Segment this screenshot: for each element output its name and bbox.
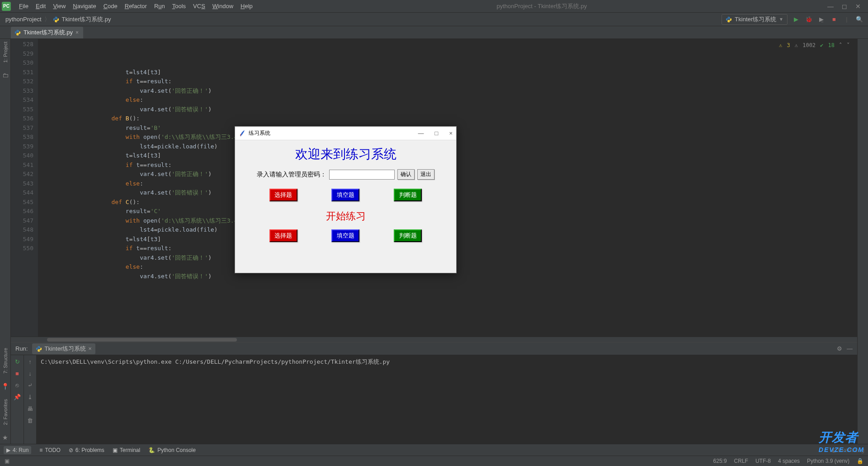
editor-tabs: Tkinter练习系统.py × [0, 26, 868, 39]
bookmark-icon[interactable]: 📍 [1, 383, 9, 390]
navigation-toolbar: pythonProject 〉 Tkinter练习系统.py Tkinter练习… [0, 13, 868, 26]
favorites-tool-button[interactable]: 2: Favorites [3, 399, 8, 425]
maximize-icon[interactable]: ◻ [842, 3, 847, 10]
up-icon[interactable]: ↑ [27, 358, 34, 365]
run-actions-left: ↻ ■ ⎋ 📌 [11, 355, 24, 444]
run-hide-icon[interactable]: — [847, 345, 853, 352]
tk-fill-button-top[interactable]: 填空题 [331, 189, 359, 201]
run-panel-title: Run: [15, 345, 28, 352]
print-icon[interactable]: 🖶 [27, 405, 34, 412]
menu-navigate[interactable]: Navigate [69, 3, 99, 10]
menu-code[interactable]: Code [100, 3, 121, 10]
tk-minimize-icon[interactable]: — [418, 130, 424, 137]
coverage-icon[interactable]: ▶̤ [817, 15, 826, 24]
menu-view[interactable]: View [49, 3, 69, 10]
file-encoding[interactable]: UTF-8 [755, 458, 771, 464]
breadcrumb-project[interactable]: pythonProject [5, 16, 42, 23]
chevron-down-icon: ▼ [779, 17, 783, 22]
inspection-widget[interactable]: ⚠ 3 ⚠ 1002 ✔ 18 ˄ ˅ [776, 40, 853, 51]
tool-windows-icon[interactable]: ▣ [5, 458, 9, 464]
status-bar: ▣ 625:9 CRLF UTF-8 4 spaces Python 3.9 (… [0, 456, 868, 466]
tab-problems[interactable]: ⊘ 6: Problems [69, 447, 104, 453]
tk-maximize-icon[interactable]: □ [435, 130, 439, 137]
tk-exit-button[interactable]: 退出 [417, 169, 434, 180]
breadcrumb: pythonProject 〉 Tkinter练习系统.py [0, 15, 111, 24]
project-tool-button[interactable]: 1: Project [3, 42, 8, 62]
stop-icon[interactable]: ■ [830, 15, 838, 24]
menu-vcs[interactable]: VCS [189, 3, 209, 10]
menu-run[interactable]: Run [151, 3, 169, 10]
close-icon[interactable]: ✕ [855, 3, 861, 10]
python-file-icon [53, 16, 59, 23]
run-icon[interactable]: ▶ [792, 15, 800, 24]
breadcrumb-file[interactable]: Tkinter练习系统.py [62, 15, 111, 24]
menu-window[interactable]: Window [209, 3, 237, 10]
python-file-icon [726, 16, 732, 23]
star-icon[interactable]: ★ [2, 434, 8, 441]
tk-fill-button-bottom[interactable]: 填空题 [331, 229, 359, 242]
trash-icon[interactable]: 🗑 [27, 417, 34, 424]
menu-refactor[interactable]: Refactor [121, 3, 151, 10]
scrollbar-thumb[interactable] [47, 338, 237, 342]
line-separator[interactable]: CRLF [734, 458, 748, 464]
python-file-icon [36, 346, 42, 352]
tk-start-label: 开始练习 [243, 209, 448, 223]
tk-window-title: 练习系统 [249, 129, 270, 137]
menu-help[interactable]: Help [237, 3, 256, 10]
run-config-selector[interactable]: Tkinter练习系统 ▼ [722, 14, 788, 25]
folder-icon[interactable]: 🗀 [2, 71, 9, 79]
right-tool-strip [857, 39, 868, 444]
editor-gutter: 5285295305315325335345355365375385395405… [11, 39, 38, 337]
wrap-icon[interactable]: ⤶ [27, 381, 34, 389]
tk-choice-button-bottom[interactable]: 选择题 [269, 229, 297, 242]
bottom-tool-tabs: ▶ 4: Run ≡ TODO ⊘ 6: Problems ▣ Terminal… [0, 444, 868, 456]
tab-terminal[interactable]: ▣ Terminal [113, 447, 140, 453]
structure-tool-button[interactable]: 7: Structure [3, 348, 8, 374]
tab-todo[interactable]: ≡ TODO [39, 447, 60, 453]
down-icon[interactable]: ↓ [27, 370, 34, 377]
search-icon[interactable]: 🔍 [855, 15, 863, 24]
weak-warning-count[interactable]: ⚠ 1002 [795, 41, 816, 50]
typo-count[interactable]: ✔ 18 [820, 41, 835, 50]
scroll-icon[interactable]: ⤓ [27, 393, 34, 400]
cursor-position[interactable]: 625:9 [713, 458, 727, 464]
tab-python-console[interactable]: 🐍 Python Console [148, 447, 196, 453]
stop-icon[interactable]: ■ [14, 370, 21, 377]
horizontal-scrollbar[interactable] [11, 337, 857, 342]
run-settings-icon[interactable]: ⚙ [837, 345, 842, 352]
tab-label: Tkinter练习系统.py [24, 29, 73, 37]
tk-close-icon[interactable]: × [449, 130, 453, 137]
run-config-name: Tkinter练习系统 [735, 15, 776, 24]
tk-password-input[interactable] [329, 170, 395, 180]
console-line: C:\Users\DELL\venv\Scripts\python.exe C:… [41, 358, 853, 366]
warning-count[interactable]: ⚠ 3 [779, 41, 790, 50]
indent-status[interactable]: 4 spaces [778, 458, 800, 464]
chevron-up-icon[interactable]: ˄ [839, 41, 842, 50]
left-tool-strip: 1: Project 🗀 7: Structure 📍 2: Favorites… [0, 39, 11, 444]
menu-tools[interactable]: Tools [169, 3, 189, 10]
tab-close-icon[interactable]: × [75, 29, 79, 36]
console-output[interactable]: C:\Users\DELL\venv\Scripts\python.exe C:… [36, 355, 857, 444]
tk-judge-button-top[interactable]: 判断题 [394, 189, 422, 201]
tk-choice-button-top[interactable]: 选择题 [269, 189, 297, 201]
tk-judge-button-bottom[interactable]: 判断题 [394, 229, 422, 242]
menu-file[interactable]: File [15, 3, 32, 10]
run-tab-close-icon[interactable]: × [88, 345, 92, 352]
editor-tab[interactable]: Tkinter练习系统.py × [11, 27, 83, 38]
debug-icon[interactable]: 🐞 [805, 15, 813, 24]
event-log-button[interactable]: ◐ Event Log [831, 447, 864, 453]
rerun-icon[interactable]: ↻ [14, 358, 21, 365]
exit-icon[interactable]: ⎋ [14, 381, 21, 389]
minimize-icon[interactable]: — [827, 3, 834, 10]
menu-edit[interactable]: Edit [32, 3, 49, 10]
interpreter-status[interactable]: Python 3.9 (venv) [807, 458, 849, 464]
run-tab-label: Tkinter练习系统 [44, 345, 86, 353]
tab-run[interactable]: ▶ 4: Run [4, 446, 31, 454]
tkinter-app-window: 练习系统 — □ × 欢迎来到练习系统 录入请输入管理员密码： 确认 退出 选择… [235, 126, 457, 273]
tk-titlebar[interactable]: 练习系统 — □ × [235, 127, 456, 140]
lock-icon[interactable]: 🔒 [857, 458, 863, 464]
chevron-down-icon[interactable]: ˅ [847, 41, 850, 50]
tk-confirm-button[interactable]: 确认 [397, 169, 415, 180]
run-tab[interactable]: Tkinter练习系统 × [32, 343, 95, 354]
pin-icon[interactable]: 📌 [14, 393, 21, 400]
